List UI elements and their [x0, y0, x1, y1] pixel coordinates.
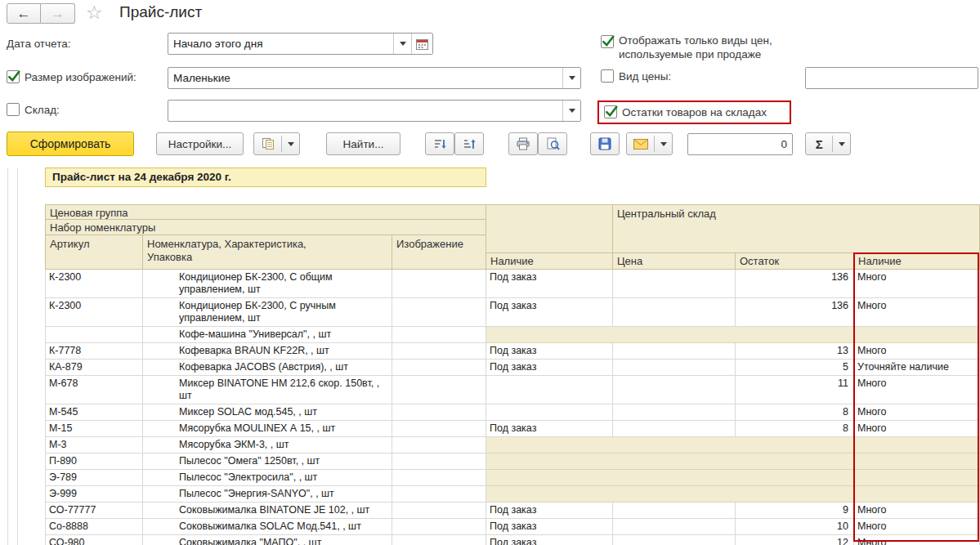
cell-price[interactable] [613, 535, 736, 545]
header-article[interactable]: Артикул [45, 235, 143, 270]
cell-price[interactable] [613, 343, 736, 360]
price-kind-input[interactable] [805, 67, 978, 89]
cell-article[interactable]: Э-999 [45, 486, 143, 503]
cell-article[interactable]: Э-789 [45, 470, 143, 486]
print-button[interactable] [508, 132, 538, 155]
cell-nomenclature[interactable]: Соковыжималка "МАПО", , шт [143, 535, 392, 545]
cell-image[interactable] [392, 453, 486, 470]
cell-availability-central[interactable]: Много [854, 343, 980, 360]
cell-nomenclature[interactable]: Соковыжималка BINATONE JE 102, , шт [143, 503, 392, 519]
cell-price[interactable] [613, 503, 736, 519]
cell-image[interactable] [392, 470, 486, 486]
cell-stock[interactable]: 12 [736, 535, 854, 545]
cell-no-data[interactable] [486, 486, 980, 503]
price-kind-checkbox[interactable] [601, 69, 614, 83]
warehouse-combobox[interactable] [168, 100, 581, 122]
image-size-value[interactable]: Маленькие [168, 68, 562, 88]
cell-article[interactable]: Со-8888 [45, 519, 143, 535]
cell-image[interactable] [392, 519, 486, 535]
header-availability-central[interactable]: Наличие [854, 253, 980, 270]
cell-stock[interactable]: 8 [736, 421, 854, 437]
cell-price[interactable] [613, 270, 736, 298]
back-button[interactable]: ← [7, 3, 41, 24]
send-email-dropdown[interactable] [655, 133, 672, 154]
header-nomenclature-set[interactable]: Набор номенклатуры [45, 220, 486, 235]
header-stock[interactable]: Остаток [736, 253, 854, 270]
cell-price[interactable] [613, 360, 736, 376]
header-central-warehouse[interactable]: Центральный склад [613, 204, 980, 253]
cell-image[interactable] [392, 535, 486, 545]
save-button[interactable] [590, 132, 620, 155]
generate-button[interactable]: Сформировать [7, 132, 134, 156]
cell-price[interactable] [613, 404, 736, 421]
cell-availability[interactable]: Под заказ [486, 519, 613, 535]
cell-nomenclature[interactable]: Кондиционер БК-2300, С общим управлением… [143, 270, 392, 298]
forward-button[interactable]: → [41, 3, 75, 24]
autosum-button[interactable]: Σ [805, 132, 851, 155]
autosum-dropdown[interactable] [833, 133, 850, 154]
header-image[interactable]: Изображение [392, 235, 486, 270]
cell-no-data[interactable] [486, 453, 980, 470]
cell-availability[interactable]: Под заказ [486, 298, 613, 327]
cell-article[interactable]: П-890 [45, 453, 143, 470]
warehouse-stock-checkbox[interactable] [604, 105, 617, 118]
cell-nomenclature[interactable]: Мясорубка MOULINEX А 15, , шт [143, 421, 392, 437]
cell-article[interactable]: КА-879 [45, 360, 143, 376]
cell-availability[interactable]: Под заказ [486, 360, 613, 376]
cell-nomenclature[interactable]: Кофе-машина "Универсал", , шт [143, 327, 392, 343]
cell-stock[interactable]: 11 [736, 376, 854, 404]
cell-nomenclature[interactable]: Мясорубка ЭКМ-3, , шт [143, 437, 392, 453]
cell-availability[interactable]: Под заказ [486, 503, 613, 519]
header-price[interactable]: Цена [613, 253, 736, 270]
report-date-combobox[interactable]: Начало этого дня [168, 33, 433, 55]
cell-article[interactable]: М-678 [45, 376, 143, 404]
cell-article[interactable]: М-545 [45, 404, 143, 421]
image-size-dropdown-button[interactable] [562, 68, 580, 88]
settings-button[interactable]: Настройки... [156, 132, 244, 155]
report-date-value[interactable]: Начало этого дня [168, 34, 393, 54]
cell-availability[interactable]: Под заказ [486, 270, 613, 298]
cell-image[interactable] [392, 270, 486, 298]
show-sale-price-kinds-checkbox[interactable] [601, 35, 614, 48]
cell-no-data[interactable] [486, 437, 980, 453]
cell-availability-central[interactable]: Много [854, 376, 980, 404]
cell-stock[interactable]: 136 [736, 298, 854, 327]
cell-image[interactable] [392, 437, 486, 453]
preview-button[interactable] [538, 132, 567, 155]
header-availability[interactable]: Наличие [486, 253, 613, 270]
cell-no-data[interactable] [486, 327, 980, 343]
cell-availability[interactable]: Под заказ [486, 421, 613, 437]
header-price-group[interactable]: Ценовая группа [45, 204, 486, 220]
cell-stock[interactable]: 13 [736, 343, 854, 360]
cell-article[interactable]: К-2300 [45, 270, 143, 298]
cell-article[interactable]: М-3 [45, 437, 143, 453]
cell-availability-central[interactable]: Много [854, 503, 980, 519]
cell-nomenclature[interactable]: Соковыжималка SOLAC Мод.541, , шт [143, 519, 392, 535]
cell-nomenclature[interactable]: Пылесос "Энергия-SANYO", , шт [143, 486, 392, 503]
report-variants-dropdown[interactable] [282, 133, 299, 154]
cell-nomenclature[interactable]: Миксер BINATONE HM 212,6 скор. 150вт, , … [143, 376, 392, 404]
cell-article[interactable] [45, 327, 143, 343]
send-email-button[interactable] [626, 132, 673, 155]
cell-no-data[interactable] [486, 470, 980, 486]
sort-ascending-button[interactable] [454, 132, 484, 155]
cell-image[interactable] [392, 376, 486, 404]
cell-article[interactable]: СО-980 [45, 535, 143, 545]
cell-image[interactable] [392, 486, 486, 503]
header-availability-merged[interactable] [486, 204, 613, 253]
cell-image[interactable] [392, 327, 486, 343]
warehouse-checkbox[interactable] [7, 103, 20, 116]
cell-availability[interactable]: Под заказ [486, 343, 613, 360]
cell-image[interactable] [392, 298, 486, 327]
cell-stock[interactable]: 9 [736, 503, 854, 519]
cell-availability[interactable] [486, 404, 613, 421]
report-title-cell[interactable]: Прайс-лист на 24 декабря 2020 г. [45, 168, 486, 187]
cell-nomenclature[interactable]: Кофеварка BRAUN KF22R, , шт [143, 343, 392, 360]
cell-nomenclature[interactable]: Пылесос "Омега" 1250вт, , шт [143, 453, 392, 470]
cell-article[interactable]: М-15 [45, 421, 143, 437]
cell-stock[interactable]: 10 [736, 519, 854, 535]
cell-image[interactable] [392, 503, 486, 519]
cell-availability-central[interactable]: Много [854, 270, 980, 298]
counter-field[interactable]: 0 [687, 133, 793, 155]
cell-availability-central[interactable]: Много [854, 298, 980, 327]
